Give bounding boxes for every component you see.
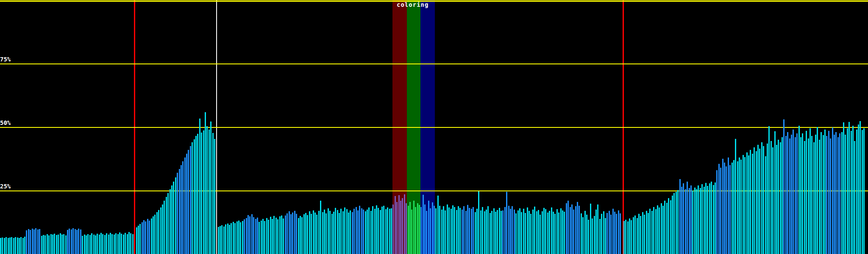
bar — [698, 185, 699, 254]
bar — [206, 126, 208, 254]
bar — [350, 210, 351, 254]
bar — [490, 213, 491, 254]
bar — [508, 206, 509, 254]
bar — [823, 135, 824, 254]
bar — [162, 204, 163, 254]
bar — [192, 142, 193, 254]
bar — [93, 235, 95, 254]
bar — [415, 207, 416, 254]
bar — [391, 208, 392, 254]
bar — [439, 206, 440, 254]
bar — [757, 145, 759, 254]
bar — [119, 232, 120, 254]
bar — [480, 210, 481, 254]
bar — [309, 211, 310, 254]
bar — [523, 209, 524, 254]
bar — [65, 235, 67, 254]
bar — [768, 126, 770, 254]
bar — [707, 186, 708, 254]
bar — [127, 234, 128, 254]
bar — [532, 210, 534, 254]
bar — [582, 217, 584, 254]
bar — [594, 216, 595, 254]
bar — [322, 212, 323, 254]
bar — [353, 209, 355, 254]
bar — [367, 210, 368, 254]
bar — [800, 137, 801, 254]
bar — [424, 204, 426, 254]
bar — [357, 210, 359, 254]
bar — [545, 209, 546, 254]
bar — [806, 131, 807, 254]
bar — [540, 215, 541, 254]
bar — [601, 214, 602, 254]
bar — [110, 233, 111, 254]
bar — [329, 211, 331, 254]
bar — [499, 208, 500, 254]
bar — [4, 238, 5, 254]
bar — [553, 212, 554, 254]
bar — [275, 218, 277, 254]
bar — [612, 209, 614, 254]
bar — [454, 207, 455, 254]
bar — [19, 238, 20, 254]
bar — [754, 147, 755, 254]
bar — [661, 203, 662, 254]
bar — [39, 229, 40, 254]
bar — [281, 215, 282, 254]
bar — [517, 210, 519, 254]
bar — [413, 201, 415, 254]
bar — [575, 206, 576, 254]
bar — [221, 225, 223, 254]
bar — [35, 228, 36, 254]
bar — [194, 139, 195, 254]
bar — [32, 229, 33, 254]
bar — [484, 211, 485, 254]
bar — [268, 220, 269, 254]
bar — [556, 209, 558, 254]
bar — [136, 227, 137, 254]
bar — [560, 208, 562, 254]
bar — [595, 210, 597, 254]
bar — [465, 211, 467, 254]
bar — [847, 128, 848, 254]
bar — [765, 156, 766, 254]
bar — [673, 193, 675, 254]
bar — [255, 219, 256, 254]
bar — [623, 221, 625, 254]
bar — [459, 208, 461, 254]
bar — [28, 229, 29, 254]
bar — [287, 213, 288, 254]
bar — [9, 237, 11, 254]
bar — [420, 207, 422, 254]
bar — [530, 214, 531, 254]
bar — [307, 215, 308, 254]
bar — [2, 237, 3, 254]
bar — [713, 185, 714, 254]
bar — [447, 204, 448, 254]
bar — [856, 130, 857, 254]
bar — [452, 205, 453, 254]
bar — [251, 214, 253, 254]
performance-monitor: 75% 50% 25% coloring — [0, 0, 868, 254]
bar — [227, 224, 228, 254]
bar — [519, 208, 520, 254]
bar — [832, 127, 833, 254]
bar — [320, 201, 321, 254]
bar — [858, 124, 859, 254]
bar — [419, 205, 420, 254]
bar — [95, 235, 96, 254]
bar — [837, 137, 839, 254]
bar — [729, 165, 731, 254]
bar — [272, 219, 273, 254]
bar — [504, 207, 506, 254]
bar — [266, 218, 267, 254]
bar — [634, 215, 636, 254]
bar — [417, 203, 418, 254]
y-axis-label-25: 25% — [0, 183, 11, 190]
bar — [506, 192, 507, 254]
bar — [735, 139, 736, 254]
bar — [787, 132, 788, 254]
bar — [445, 210, 446, 254]
bar — [620, 213, 621, 254]
